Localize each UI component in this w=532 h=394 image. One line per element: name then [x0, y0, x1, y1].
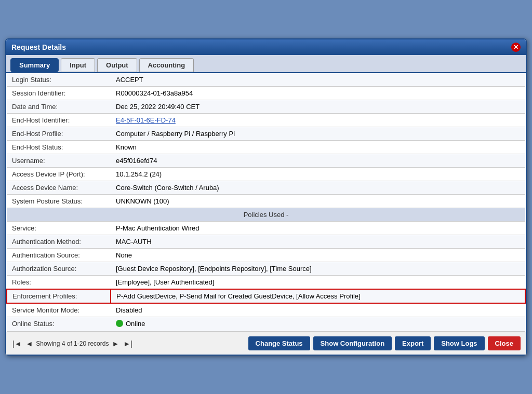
- prev-page-button[interactable]: ◄: [25, 339, 34, 348]
- field-value: e45f016efd74: [111, 154, 525, 167]
- table-row: System Posture Status: UNKNOWN (100): [7, 194, 525, 208]
- pagination-nav: |◄ ◄ Showing 4 of 1-20 records ► ►|: [11, 339, 134, 348]
- dialog-footer: |◄ ◄ Showing 4 of 1-20 records ► ►| Chan…: [6, 332, 526, 355]
- online-indicator-icon: [116, 320, 123, 327]
- field-value: [Guest Device Repository], [Endpoints Re…: [111, 262, 525, 275]
- show-logs-button[interactable]: Show Logs: [434, 336, 484, 350]
- field-value: ACCEPT: [111, 73, 525, 87]
- pagination-text: Showing 4 of 1-20 records: [36, 340, 109, 347]
- tab-accounting[interactable]: Accounting: [139, 58, 194, 72]
- field-label: End-Host Profile:: [7, 127, 111, 140]
- next-page-button[interactable]: ►: [111, 339, 120, 348]
- field-value-link[interactable]: E4-5F-01-6E-FD-74: [111, 113, 525, 127]
- online-badge: Online: [116, 320, 145, 328]
- first-page-button[interactable]: |◄: [11, 339, 23, 348]
- section-header-row: Policies Used -: [7, 208, 525, 221]
- field-value: [Employee], [User Authenticated]: [111, 275, 525, 289]
- table-row: Date and Time: Dec 25, 2022 20:49:40 CET: [7, 100, 525, 113]
- show-configuration-button[interactable]: Show Configuration: [313, 336, 392, 350]
- field-label: Authorization Source:: [7, 262, 111, 275]
- table-row: End-Host Profile: Computer / Raspberry P…: [7, 127, 525, 140]
- table-row: End-Host Status: Known: [7, 140, 525, 154]
- table-row: Access Device Name: Core-Switch (Core-Sw…: [7, 181, 525, 194]
- field-label: Authentication Method:: [7, 235, 111, 248]
- dialog-content: Login Status: ACCEPT Session Identifier:…: [6, 73, 526, 332]
- field-value: Known: [111, 140, 525, 154]
- export-button[interactable]: Export: [395, 336, 431, 350]
- table-row: Service: P-Mac Authentication Wired: [7, 221, 525, 235]
- field-value: R00000324-01-63a8a954: [111, 86, 525, 100]
- field-value: UNKNOWN (100): [111, 194, 525, 208]
- field-label: Date and Time:: [7, 100, 111, 113]
- field-value: Computer / Raspberry Pi / Raspberry Pi: [111, 127, 525, 140]
- table-row: Username: e45f016efd74: [7, 154, 525, 167]
- request-details-dialog: Request Details ✕ Summary Input Output A…: [5, 38, 527, 356]
- field-label: Session Identifier:: [7, 86, 111, 100]
- field-label: System Posture Status:: [7, 194, 111, 208]
- last-page-button[interactable]: ►|: [122, 339, 134, 348]
- field-label: Service Monitor Mode:: [7, 303, 111, 317]
- table-row: Online Status: Online: [7, 317, 525, 332]
- table-row: Login Status: ACCEPT: [7, 73, 525, 87]
- field-label: Authentication Source:: [7, 248, 111, 262]
- dialog-close-button[interactable]: ✕: [511, 43, 521, 52]
- enforcement-profiles-row: Enforcement Profiles: P-Add GuestDevice,…: [7, 289, 525, 303]
- field-label: Login Status:: [7, 73, 111, 87]
- field-value: Disabled: [111, 303, 525, 317]
- table-row: Access Device IP (Port): 10.1.254.2 (24): [7, 167, 525, 181]
- field-label: Username:: [7, 154, 111, 167]
- field-value: Core-Switch (Core-Switch / Aruba): [111, 181, 525, 194]
- end-host-id-link[interactable]: E4-5F-01-6E-FD-74: [116, 116, 176, 124]
- field-value: 10.1.254.2 (24): [111, 167, 525, 181]
- tab-input[interactable]: Input: [61, 58, 95, 72]
- field-label: Online Status:: [7, 317, 111, 332]
- table-row: Authentication Method: MAC-AUTH: [7, 235, 525, 248]
- field-label: Roles:: [7, 275, 111, 289]
- field-value: MAC-AUTH: [111, 235, 525, 248]
- tabs-bar: Summary Input Output Accounting: [6, 55, 526, 73]
- field-label: End-Host Identifier:: [7, 113, 111, 127]
- table-row: Roles: [Employee], [User Authenticated]: [7, 275, 525, 289]
- table-row: Service Monitor Mode: Disabled: [7, 303, 525, 317]
- dialog-title: Request Details: [11, 43, 66, 51]
- field-label: Service:: [7, 221, 111, 235]
- field-value: P-Mac Authentication Wired: [111, 221, 525, 235]
- table-row: End-Host Identifier: E4-5F-01-6E-FD-74: [7, 113, 525, 127]
- dialog-titlebar: Request Details ✕: [6, 39, 526, 55]
- tab-summary[interactable]: Summary: [10, 58, 59, 72]
- online-label: Online: [126, 320, 145, 328]
- table-row: Authentication Source: None: [7, 248, 525, 262]
- field-value-online: Online: [111, 317, 525, 332]
- field-value: P-Add GuestDevice, P-Send Mail for Creat…: [111, 289, 525, 303]
- section-header-label: Policies Used -: [7, 208, 525, 221]
- field-label: End-Host Status:: [7, 140, 111, 154]
- table-row: Session Identifier: R00000324-01-63a8a95…: [7, 86, 525, 100]
- field-value: None: [111, 248, 525, 262]
- close-button[interactable]: Close: [488, 336, 521, 350]
- details-table: Login Status: ACCEPT Session Identifier:…: [6, 73, 526, 332]
- table-row: Authorization Source: [Guest Device Repo…: [7, 262, 525, 275]
- change-status-button[interactable]: Change Status: [248, 336, 310, 350]
- field-label: Access Device IP (Port):: [7, 167, 111, 181]
- field-label: Access Device Name:: [7, 181, 111, 194]
- tab-output[interactable]: Output: [97, 58, 137, 72]
- field-label: Enforcement Profiles:: [7, 289, 111, 303]
- footer-buttons: Change Status Show Configuration Export …: [248, 336, 521, 350]
- field-value: Dec 25, 2022 20:49:40 CET: [111, 100, 525, 113]
